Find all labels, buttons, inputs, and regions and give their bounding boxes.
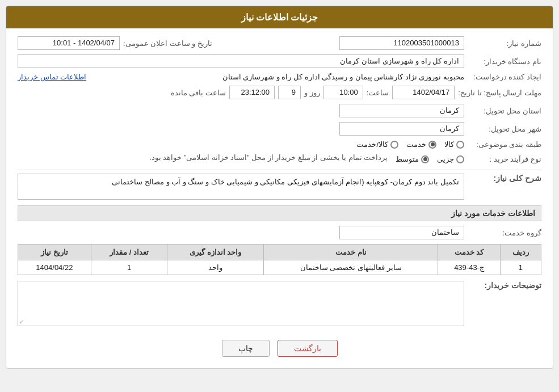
nam-dastgah-label: نام دستگاه خریدار:: [468, 57, 541, 66]
service-table: ردیف کد خدمت نام خدمت واحد اندازه گیری ت…: [18, 244, 541, 275]
mohlat-baqi-label: ساعت باقی مانده: [171, 88, 226, 97]
noe-jozi[interactable]: جزیی: [437, 155, 464, 163]
tabaqe-label: طبقه بندی موضوعی:: [468, 140, 541, 149]
resize-icon: ↙: [19, 318, 24, 324]
col-taarikh: تاریخ نیاز: [18, 245, 91, 260]
tozihat-box[interactable]: ↙: [18, 281, 464, 326]
shahr-value: کرمان: [339, 122, 464, 136]
tozihat-label: توضیحات خریدار:: [468, 281, 541, 290]
col-tedad: تعداد / مقدار: [91, 245, 167, 260]
mohlat-saat-label: ساعت:: [367, 88, 389, 97]
mohlat-saat: 10:00: [323, 86, 363, 99]
tabaqe-kala-label: کالا: [444, 140, 454, 149]
sharh-value: تکمیل باند دوم کرمان- کوهپایه (انجام آزم…: [18, 174, 464, 200]
table-cell: ج-43-439: [438, 260, 501, 275]
table-cell: سایر فعالیتهای تخصصی ساختمان: [264, 260, 438, 275]
shahr-label: شهر محل تحویل:: [468, 125, 541, 133]
table-cell: 1404/04/22: [18, 260, 91, 275]
mohlat-rooz-label: روز و: [304, 88, 320, 97]
page-title: جزئیات اطلاعات نیاز: [6, 6, 553, 28]
tabaqe-kala-khedmat-radio[interactable]: [390, 141, 398, 149]
ijad-label: ایجاد کننده درخواست:: [468, 73, 541, 81]
table-row: 1ج-43-439سایر فعالیتهای تخصصی ساختمانواح…: [18, 260, 541, 275]
action-buttons: بازگشت چاپ: [18, 340, 541, 357]
col-nam: نام خدمت: [264, 245, 438, 260]
mohlat-date: 1402/04/17: [392, 86, 455, 99]
table-cell: 1: [500, 260, 541, 275]
nam-dastgah-value: اداره کل راه و شهرسازی استان کرمان: [18, 54, 464, 68]
mohlat-label: مهلت ارسال پاسخ: تا تاریخ:: [458, 88, 541, 97]
tabaqe-kala[interactable]: کالا: [444, 140, 464, 149]
tabaqe-radio-group: کالا خدمت کالا/خدمت: [18, 140, 464, 149]
mohlat-rooz: 9: [278, 86, 301, 99]
ostan-label: استان محل تحویل:: [468, 107, 541, 115]
sharh-label: شرح کلی نیاز:: [468, 174, 541, 183]
table-cell: 1: [91, 260, 167, 275]
noe-jozi-label: جزیی: [437, 155, 454, 163]
ijad-value: محبوبه نوروزی نژاد کارشناس پیمان و رسیدگ…: [90, 73, 464, 81]
tabaqe-khedmat-label: خدمت: [406, 140, 426, 149]
gorooh-label: گروه خدمت:: [468, 229, 541, 237]
noe-radio-group: جزیی متوسط پرداخت تمام یا بخشی از مبلغ خ…: [18, 153, 464, 165]
tabaqe-khedmat-radio[interactable]: [428, 141, 436, 149]
taarikh-value: 1402/04/07 - 10:01: [18, 36, 120, 50]
shomare-niaz-value: 1102003501000013: [339, 36, 464, 50]
noe-motavaset[interactable]: متوسط: [396, 155, 429, 163]
noe-note: پرداخت تمام یا بخشی از مبلغ خریدار از مح…: [150, 153, 388, 162]
mohlat-baqi: 23:12:00: [229, 86, 275, 99]
print-button[interactable]: چاپ: [222, 340, 270, 357]
tabaqe-khedmat[interactable]: خدمت: [406, 140, 436, 149]
col-radif: ردیف: [500, 245, 541, 260]
col-vahed: واحد اندازه گیری: [167, 245, 264, 260]
noe-jozi-radio[interactable]: [456, 155, 464, 163]
tabaqe-kala-khedmat[interactable]: کالا/خدمت: [356, 140, 398, 149]
gorooh-value: ساختمان: [339, 226, 464, 239]
table-cell: واحد: [167, 260, 264, 275]
noe-motavaset-label: متوسط: [396, 155, 419, 163]
tabaqe-kala-khedmat-label: کالا/خدمت: [356, 140, 388, 149]
noe-motavaset-radio[interactable]: [421, 155, 429, 163]
tabaqe-kala-radio[interactable]: [456, 141, 464, 149]
ijad-link[interactable]: اطلاعات تماس خریدار: [18, 73, 86, 81]
taarikh-label: تاریخ و ساعت اعلان عمومی:: [123, 39, 212, 48]
col-kod: کد خدمت: [438, 245, 501, 260]
khadamat-section-header: اطلاعات خدمات مورد نیاز: [18, 205, 541, 221]
shomare-niaz-label: شماره نیاز:: [468, 39, 541, 48]
noe-farayand-label: نوع فرآیند خرید :: [468, 155, 541, 163]
ostan-value: کرمان: [339, 104, 464, 117]
back-button[interactable]: بازگشت: [278, 340, 338, 357]
